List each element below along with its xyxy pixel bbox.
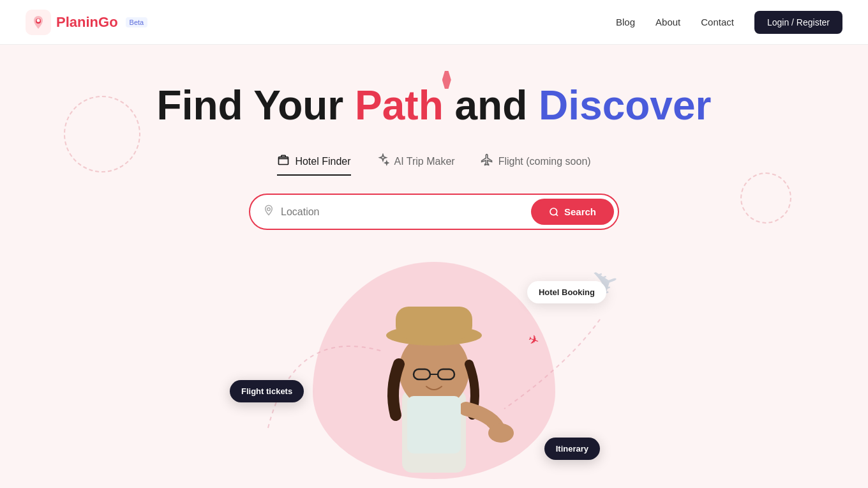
hero-title: Find Your Path and Discover	[157, 83, 712, 128]
logo-icon	[26, 10, 51, 35]
search-button[interactable]: Search	[531, 199, 614, 225]
hero-section: Find Your Path and Discover Hotel Finder…	[0, 45, 868, 488]
tab-hotel-finder[interactable]: Hotel Finder	[277, 153, 350, 176]
svg-rect-8	[396, 307, 472, 339]
svg-point-3	[267, 208, 271, 211]
deco-circle-1	[64, 96, 140, 172]
nav-about[interactable]: About	[655, 17, 680, 27]
flight-icon	[481, 153, 493, 169]
nav-contact[interactable]: Contact	[701, 17, 734, 27]
search-icon	[549, 207, 559, 217]
title-discover: Discover	[539, 82, 711, 128]
flight-tickets-card: Flight tickets	[230, 380, 304, 402]
beta-badge: Beta	[126, 17, 148, 27]
nav-links: Blog About Contact Login / Register	[616, 11, 842, 34]
svg-rect-13	[407, 396, 461, 454]
hero-illustration: ✈ ✈	[211, 262, 657, 479]
login-register-button[interactable]: Login / Register	[754, 11, 842, 34]
search-bar: Search	[249, 194, 619, 230]
svg-point-12	[488, 423, 514, 443]
svg-point-1	[37, 19, 40, 22]
ai-icon	[377, 153, 389, 169]
logo-text: PlaninGo	[56, 14, 118, 31]
tab-flight-label: Flight (coming soon)	[498, 156, 591, 167]
navbar: PlaninGo Beta Blog About Contact Login /…	[0, 0, 868, 45]
title-path: Path	[355, 82, 444, 128]
feature-tabs: Hotel Finder AI Trip Maker Flight (comin…	[277, 153, 590, 176]
search-input[interactable]	[281, 206, 531, 218]
deco-circle-2	[740, 172, 791, 224]
svg-point-4	[550, 208, 557, 215]
tab-flight[interactable]: Flight (coming soon)	[481, 153, 591, 176]
tab-ai-trip-maker[interactable]: AI Trip Maker	[377, 153, 455, 176]
nav-blog[interactable]: Blog	[616, 17, 635, 27]
itinerary-card: Itinerary	[544, 438, 600, 460]
hotel-booking-card: Hotel Booking	[527, 281, 606, 303]
person-illustration	[338, 262, 530, 479]
location-icon	[263, 204, 274, 219]
hotel-icon	[277, 153, 290, 169]
logo[interactable]: PlaninGo Beta	[26, 10, 147, 35]
tab-ai-trip-maker-label: AI Trip Maker	[394, 156, 455, 167]
tab-hotel-finder-label: Hotel Finder	[295, 156, 350, 167]
